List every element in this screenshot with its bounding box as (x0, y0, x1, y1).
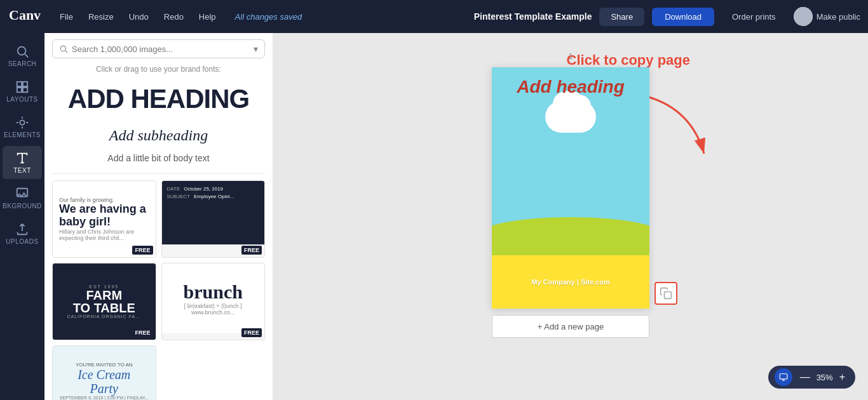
brand-fonts-label: Click or drag to use your brand fonts: (44, 62, 273, 80)
canva-logo[interactable]: Canva (8, 6, 41, 27)
top-navigation: Canva File Resize Undo Redo Help All cha… (0, 0, 868, 33)
add-new-page-button[interactable]: + Add a new page (492, 315, 649, 338)
nav-file[interactable]: File (53, 10, 79, 24)
sidebar-item-background[interactable]: BKGROUND (3, 182, 42, 215)
copy-icon (660, 287, 672, 300)
add-subheading-button[interactable]: Add subheading (52, 124, 265, 147)
memo-subject-val: Employee Opini... (194, 194, 234, 199)
brunch-sub2: www.brunch.co... (191, 309, 235, 316)
sidebar-icons: SEARCH LAYOUTS ELEMENTS TEXT (0, 33, 44, 400)
make-public-button[interactable]: Make public (794, 7, 860, 26)
search-icon (59, 44, 68, 53)
nav-resize[interactable]: Resize (82, 10, 120, 24)
search-chevron-icon: ▾ (254, 44, 258, 54)
template-item-memo[interactable]: DATE October 25, 2019 SUBJECT Employee O… (161, 180, 266, 258)
copy-page-button[interactable] (654, 282, 677, 305)
icecream-invited: YOU'RE INVITED TO AN (76, 362, 133, 368)
canvas-area: Click to copy page 1 My Company | Site.c (273, 33, 868, 400)
search-input[interactable] (72, 44, 250, 54)
canvas-doc-wrap: 1 My Company | Site.com Add heading (492, 52, 649, 338)
svg-point-8 (20, 120, 24, 124)
farm-big1: FARM (86, 289, 122, 302)
share-button[interactable]: Share (599, 8, 644, 26)
svg-rect-4 (17, 82, 22, 86)
image-search-bar[interactable]: ▾ (52, 39, 265, 58)
svg-line-11 (65, 51, 67, 53)
template-baby-line3: Hillary and Chris Johnson are expecting … (59, 229, 149, 241)
sidebar-item-search[interactable]: SEARCH (3, 39, 42, 72)
page-yellow-band: My Company | Site.com (492, 255, 649, 309)
page-cloud (545, 101, 596, 133)
svg-rect-7 (23, 88, 27, 92)
auto-save-status: All changes saved (235, 12, 302, 22)
zoom-out-button[interactable]: — (796, 370, 814, 384)
free-badge: FREE (241, 246, 262, 255)
nav-menu: File Resize Undo Redo Help (53, 10, 222, 24)
template-grid: Our family is growing. We are having a b… (44, 180, 273, 400)
sidebar-item-text[interactable]: TEXT (3, 146, 42, 179)
document-title: Pinterest Template Example (474, 11, 592, 22)
divider (52, 173, 265, 174)
svg-rect-5 (23, 82, 27, 86)
nav-undo[interactable]: Undo (123, 10, 155, 24)
annotation-arrow (641, 90, 717, 166)
add-heading-button[interactable]: ADD HEADING (52, 80, 265, 118)
sidebar-item-elements[interactable]: ELEMENTS (3, 110, 42, 143)
brunch-word: brunch (184, 281, 243, 303)
brunch-sub: [ br(eakfast) + (l)unch ] (184, 303, 242, 309)
svg-point-10 (60, 46, 65, 51)
icecream-big2: Party (90, 382, 118, 396)
main-layout: SEARCH LAYOUTS ELEMENTS TEXT (0, 33, 868, 400)
svg-point-2 (18, 47, 26, 55)
svg-text:Canva: Canva (9, 7, 41, 23)
free-badge: FREE (132, 246, 153, 255)
svg-rect-14 (780, 374, 787, 379)
template-baby-line2: We are having a baby girl! (59, 203, 149, 229)
svg-line-3 (25, 54, 28, 57)
template-item-farm[interactable]: EST 1995 FARM TO TABLE CALIFORNIA ORGANI… (52, 263, 156, 340)
zoom-level: 35% (814, 373, 836, 382)
nav-redo[interactable]: Redo (158, 10, 190, 24)
free-badge: FREE (132, 328, 153, 337)
avatar (794, 7, 813, 26)
icecream-big1: Ice Cream (78, 368, 130, 382)
left-panel: ▾ Click or drag to use your brand fonts:… (44, 33, 273, 400)
memo-date-val: October 25, 2019 (184, 186, 223, 192)
present-icon (779, 373, 788, 382)
order-prints-button[interactable]: Order prints (722, 8, 786, 26)
farm-sub: CALIFORNIA ORGANIC FA... (67, 314, 141, 319)
memo-subject-label: SUBJECT (167, 194, 190, 199)
search-bar-wrap: ▾ (44, 33, 273, 62)
memo-date-label: DATE (167, 186, 180, 192)
sidebar-item-layouts[interactable]: LAYOUTS (3, 75, 42, 108)
zoom-controls: — 35% + (768, 366, 855, 389)
zoom-in-button[interactable]: + (836, 370, 849, 384)
sidebar-item-uploads[interactable]: UPLOADS (3, 217, 42, 250)
page-number: 1 (569, 52, 573, 61)
template-item-brunch[interactable]: brunch [ br(eakfast) + (l)unch ] www.bru… (161, 263, 266, 340)
free-badge: FREE (241, 328, 262, 337)
add-body-text-button[interactable]: Add a little bit of body text (52, 152, 265, 164)
page-company-text: My Company | Site.com (531, 278, 610, 286)
nav-help[interactable]: Help (193, 10, 222, 24)
template-item-icecream[interactable]: YOU'RE INVITED TO AN Ice Cream Party SEP… (52, 345, 156, 400)
page-heading[interactable]: Add heading (492, 77, 649, 97)
template-item-baby[interactable]: Our family is growing. We are having a b… (52, 180, 156, 258)
farm-big2: TO TABLE (73, 302, 135, 314)
doc-container: 1 My Company | Site.com Add heading (492, 52, 649, 338)
present-mode-button[interactable] (775, 368, 792, 386)
svg-rect-6 (17, 88, 22, 92)
svg-rect-13 (665, 292, 672, 299)
download-button[interactable]: Download (652, 8, 714, 26)
page-hill (492, 217, 649, 255)
page-canvas[interactable]: My Company | Site.com Add heading (492, 67, 649, 309)
icecream-small: SEPTEMBER 9, 2019 | 3:00 PM | FINDLAY... (60, 396, 149, 400)
